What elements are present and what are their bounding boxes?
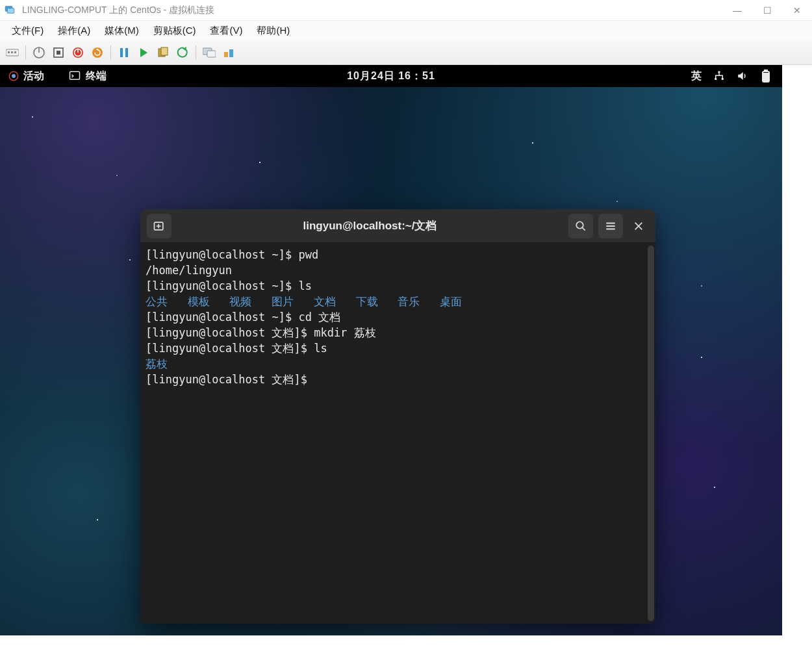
play-icon[interactable]	[135, 44, 152, 61]
svg-rect-17	[161, 47, 168, 55]
reset-icon[interactable]	[89, 44, 106, 61]
turnoff-icon[interactable]	[50, 44, 67, 61]
new-tab-button[interactable]	[147, 214, 171, 238]
svg-rect-4	[11, 51, 13, 53]
svg-rect-5	[14, 51, 16, 53]
terminal-line: 荔枝	[146, 356, 650, 372]
pause-icon[interactable]	[116, 44, 133, 61]
toolbar-separator	[25, 45, 26, 60]
terminal-titlebar[interactable]: lingyun@localhost:~/文档	[140, 209, 655, 243]
host-window-title: LINGLING-COMPUT 上的 CentOs - 虚拟机连接	[21, 5, 722, 16]
host-toolbar	[0, 40, 812, 65]
terminal-line: [lingyun@localhost 文档]$	[146, 372, 650, 387]
terminal-line: [lingyun@localhost ~]$ cd 文档	[146, 309, 650, 325]
svg-rect-15	[125, 48, 128, 57]
activities-label: 活动	[23, 70, 44, 83]
menu-view[interactable]: 查看(V)	[203, 23, 249, 39]
shutdown-icon[interactable]	[70, 44, 86, 61]
close-button[interactable]: ✕	[782, 0, 812, 21]
maximize-button[interactable]: ☐	[752, 0, 782, 21]
svg-rect-1	[7, 8, 14, 13]
input-method-indicator[interactable]: 英	[691, 70, 702, 83]
terminal-line: [lingyun@localhost 文档]$ mkdir 荔枝	[146, 325, 650, 340]
vm-viewport[interactable]: 活动 终端 10月24日 16：51 英	[0, 65, 782, 635]
gnome-top-bar: 活动 终端 10月24日 16：51 英	[0, 65, 782, 87]
svg-rect-24	[70, 71, 80, 79]
network-icon[interactable]	[713, 70, 725, 82]
terminal-line: [lingyun@localhost ~]$ pwd	[146, 247, 650, 262]
svg-rect-27	[722, 78, 724, 80]
activities-icon	[8, 70, 19, 82]
menu-action[interactable]: 操作(A)	[51, 23, 97, 39]
svg-rect-20	[224, 52, 228, 57]
minimize-button[interactable]: —	[722, 0, 752, 21]
svg-rect-26	[715, 78, 717, 80]
revert-icon[interactable]	[174, 44, 191, 61]
terminal-window: lingyun@localhost:~/文档 [lingyun@localhos…	[140, 209, 655, 624]
svg-rect-30	[764, 73, 768, 81]
battery-icon[interactable]	[760, 70, 772, 82]
menu-clipboard[interactable]: 剪贴板(C)	[147, 23, 203, 39]
terminal-title: lingyun@localhost:~/文档	[177, 218, 563, 233]
enhanced-session-icon[interactable]	[201, 44, 218, 61]
share-icon[interactable]	[220, 44, 237, 61]
start-icon[interactable]	[31, 44, 47, 61]
focused-app-indicator[interactable]: 终端	[69, 70, 107, 83]
toolbar-separator	[196, 45, 196, 60]
toolbar-separator	[110, 45, 111, 60]
vm-app-icon	[4, 4, 17, 17]
vm-viewport-wrap: 活动 终端 10月24日 16：51 英	[0, 65, 812, 664]
svg-rect-21	[229, 49, 233, 57]
menu-file[interactable]: 文件(F)	[5, 23, 50, 39]
hamburger-menu-button[interactable]	[598, 214, 623, 238]
menu-media[interactable]: 媒体(M)	[98, 23, 146, 39]
checkpoint-icon[interactable]	[155, 44, 171, 61]
svg-point-34	[576, 222, 583, 229]
host-titlebar: LINGLING-COMPUT 上的 CentOs - 虚拟机连接 — ☐ ✕	[0, 0, 812, 21]
host-menubar: 文件(F) 操作(A) 媒体(M) 剪贴板(C) 查看(V) 帮助(H)	[0, 21, 812, 40]
terminal-line: [lingyun@localhost 文档]$ ls	[146, 340, 650, 356]
svg-rect-9	[57, 51, 60, 55]
svg-rect-3	[8, 51, 10, 53]
menu-help[interactable]: 帮助(H)	[250, 23, 296, 39]
terminal-line: /home/lingyun	[146, 262, 650, 278]
volume-icon[interactable]	[737, 70, 748, 82]
terminal-scrollbar[interactable]	[648, 246, 654, 621]
svg-rect-29	[765, 70, 767, 71]
ctrl-alt-del-icon[interactable]	[4, 44, 21, 61]
activities-button[interactable]: 活动	[4, 68, 48, 84]
focused-app-label: 终端	[86, 70, 107, 83]
svg-rect-19	[207, 51, 216, 57]
svg-rect-14	[120, 48, 123, 57]
close-window-button[interactable]	[628, 214, 649, 238]
host-window-controls: — ☐ ✕	[722, 0, 812, 21]
clock-label[interactable]: 10月24日 16：51	[347, 70, 435, 83]
svg-point-23	[12, 74, 16, 78]
svg-line-35	[582, 227, 585, 231]
terminal-icon	[69, 70, 81, 82]
svg-rect-25	[718, 71, 720, 73]
search-button[interactable]	[568, 214, 593, 238]
terminal-body[interactable]: [lingyun@localhost ~]$ pwd /home/lingyun…	[140, 243, 655, 624]
terminal-line: 公共 模板 视频 图片 文档 下载 音乐 桌面	[146, 294, 650, 309]
terminal-line: [lingyun@localhost ~]$ ls	[146, 278, 650, 294]
